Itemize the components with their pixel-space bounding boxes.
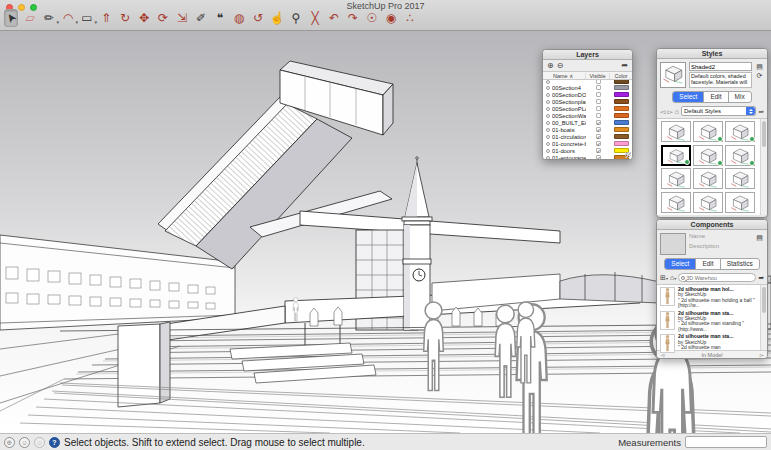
- resize-grip[interactable]: [625, 152, 631, 158]
- arc-tool[interactable]: ◠▾: [61, 9, 75, 27]
- visible-checkbox[interactable]: [596, 92, 601, 97]
- visible-checkbox[interactable]: [596, 106, 601, 111]
- secondary-pane-icon[interactable]: ▤: [756, 63, 763, 70]
- layer-row[interactable]: 00SectionPLAND: [543, 105, 632, 112]
- eraser-tool[interactable]: ▱: [23, 9, 37, 27]
- layer-row[interactable]: 01-circulation✓: [543, 133, 632, 140]
- style-thumbnail[interactable]: [661, 121, 691, 142]
- style-thumbnail[interactable]: [693, 121, 723, 142]
- move-tool[interactable]: ✥: [137, 9, 151, 27]
- layer-row[interactable]: 01-boats✓: [543, 126, 632, 133]
- previous-view-tool[interactable]: ↶: [327, 9, 341, 27]
- style-thumbnail[interactable]: [693, 145, 723, 166]
- rectangle-tool[interactable]: ▭▾: [80, 9, 94, 27]
- select-tool[interactable]: ➤: [4, 9, 18, 27]
- layer-row[interactable]: 00Sectionplant1: [543, 98, 632, 105]
- style-thumbnail[interactable]: [693, 168, 723, 189]
- layer-radio[interactable]: [546, 121, 550, 125]
- back-icon[interactable]: ◅: [660, 108, 665, 115]
- layers-details-icon[interactable]: ➦: [621, 62, 628, 70]
- follow-me-tool[interactable]: ↻: [118, 9, 132, 27]
- tape-measure-tool[interactable]: ✐: [194, 9, 208, 27]
- visible-checkbox[interactable]: [596, 85, 601, 90]
- style-description[interactable]: Default colors, shaded facestyle. Materi…: [689, 72, 752, 88]
- tab-mix[interactable]: Mix: [729, 92, 751, 102]
- credits-icon[interactable]: ☺: [19, 437, 30, 448]
- layer-radio[interactable]: [546, 93, 550, 97]
- tab-edit[interactable]: Edit: [696, 259, 720, 269]
- sign-in-icon[interactable]: ☺: [34, 437, 45, 448]
- visible-checkbox[interactable]: ✓: [596, 134, 601, 139]
- visible-checkbox[interactable]: ✓: [596, 127, 601, 132]
- component-list-item[interactable]: 2d silhouette man sta... by SketchUp " 2…: [660, 311, 759, 333]
- look-around-tool[interactable]: ◉: [384, 9, 398, 27]
- layer-radio[interactable]: [546, 114, 550, 118]
- component-list-item[interactable]: 2d silhouette man hol... by SketchUp " 2…: [660, 287, 759, 309]
- rotate-tool[interactable]: ⟳: [156, 9, 170, 27]
- layer-color-swatch[interactable]: [614, 99, 629, 104]
- visible-checkbox[interactable]: ✓: [596, 141, 601, 146]
- layer-color-swatch[interactable]: [614, 85, 629, 90]
- tab-select[interactable]: Select: [673, 92, 704, 102]
- style-thumbnail[interactable]: [661, 192, 691, 213]
- column-header-visible[interactable]: Visible: [586, 73, 610, 79]
- warehouse-search-field[interactable]: [678, 273, 756, 282]
- layer-radio[interactable]: [546, 142, 550, 146]
- style-thumbnail[interactable]: [661, 168, 691, 189]
- paint-bucket-tool[interactable]: ◍: [232, 9, 246, 27]
- layer-radio[interactable]: [546, 128, 550, 132]
- scale-tool[interactable]: ⇲: [175, 9, 189, 27]
- layer-color-swatch[interactable]: [614, 92, 629, 97]
- forward-icon[interactable]: ▻: [667, 108, 672, 115]
- orbit-tool[interactable]: ↺: [251, 9, 265, 27]
- tab-edit[interactable]: Edit: [704, 92, 728, 102]
- layer-radio[interactable]: [546, 100, 550, 104]
- next-view-tool[interactable]: ↷: [346, 9, 360, 27]
- update-style-icon[interactable]: ⟳: [757, 72, 763, 79]
- style-thumbnail[interactable]: [725, 192, 755, 213]
- in-model-home-icon[interactable]: ⌂▾: [670, 274, 676, 281]
- home-icon[interactable]: ⌂: [675, 108, 679, 115]
- help-icon[interactable]: ?: [49, 437, 60, 448]
- styles-scrollbar[interactable]: [760, 119, 767, 215]
- visible-checkbox[interactable]: [596, 80, 601, 84]
- style-thumbnail[interactable]: [725, 168, 755, 189]
- visible-checkbox[interactable]: ✓: [596, 155, 601, 160]
- layer-color-swatch[interactable]: [614, 80, 629, 84]
- style-thumbnail[interactable]: [725, 121, 755, 142]
- position-camera-tool[interactable]: ☉: [365, 9, 379, 27]
- zoom-extents-tool[interactable]: ╳: [308, 9, 322, 27]
- layer-row[interactable]: 01-entourage✓: [543, 154, 632, 160]
- layer-color-swatch[interactable]: [614, 141, 629, 146]
- style-thumbnail-selected[interactable]: [661, 145, 691, 166]
- visible-checkbox[interactable]: [596, 113, 601, 118]
- push-pull-tool[interactable]: ⇑: [99, 9, 113, 27]
- tab-select[interactable]: Select: [665, 259, 696, 269]
- layer-radio[interactable]: [546, 149, 550, 153]
- component-list-item[interactable]: 2d silhouette man sta... by SketchUp " 2…: [660, 334, 759, 353]
- style-thumbnail[interactable]: [693, 192, 723, 213]
- style-thumbnail[interactable]: [725, 145, 755, 166]
- secondary-pane-icon[interactable]: ▤: [756, 234, 763, 241]
- style-name-input[interactable]: [689, 62, 752, 71]
- zoom-tool[interactable]: ⚲: [289, 9, 303, 27]
- measurements-input[interactable]: [685, 436, 767, 448]
- tab-statistics[interactable]: Statistics: [721, 259, 759, 269]
- styles-details-icon[interactable]: ➦: [758, 108, 764, 115]
- layer-row[interactable]: 00Section4: [543, 84, 632, 91]
- layer-radio[interactable]: [546, 80, 550, 84]
- pan-tool[interactable]: ☝: [270, 9, 284, 27]
- next-collection-icon[interactable]: ▻: [760, 352, 764, 358]
- line-tool[interactable]: ✏▾: [42, 9, 56, 27]
- layer-color-swatch[interactable]: [614, 127, 629, 132]
- components-details-icon[interactable]: ➦: [758, 274, 764, 281]
- walk-tool[interactable]: ∴: [403, 9, 417, 27]
- layer-row[interactable]: 00SectionDORM: [543, 91, 632, 98]
- visible-checkbox[interactable]: ✓: [596, 148, 601, 153]
- layer-radio[interactable]: [546, 86, 550, 90]
- layer-row[interactable]: 00_BUILT_Enviro✓: [543, 119, 632, 126]
- styles-collection-dropdown[interactable]: Default Styles: [681, 106, 756, 116]
- text-tool[interactable]: ❝: [213, 9, 227, 27]
- layer-color-swatch[interactable]: [614, 134, 629, 139]
- geolocation-icon[interactable]: ⊕: [4, 437, 15, 448]
